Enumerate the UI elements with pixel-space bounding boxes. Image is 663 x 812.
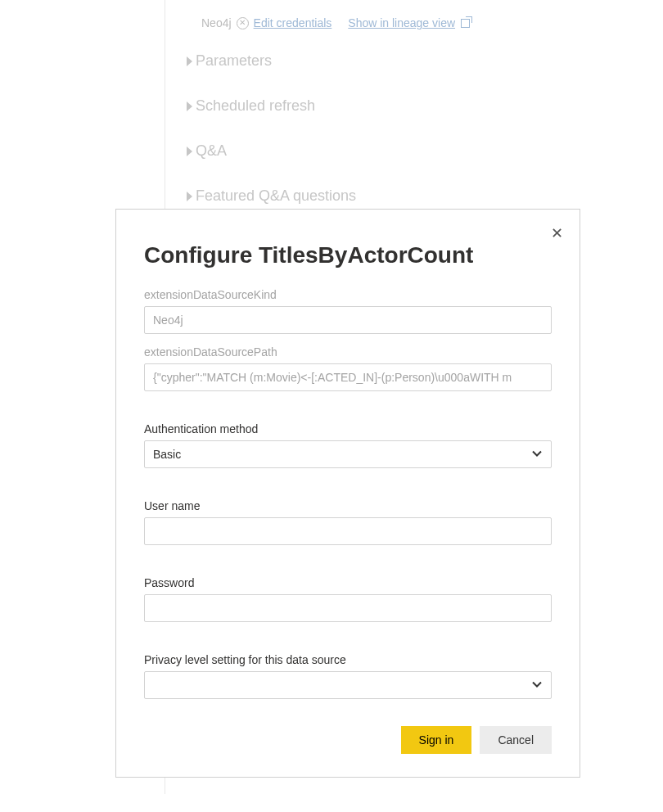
field-username: User name (144, 499, 552, 545)
section-featured-qna[interactable]: Featured Q&A questions (187, 187, 470, 205)
ext-path-input (144, 363, 552, 391)
external-link-icon (461, 19, 470, 28)
field-auth-method: Authentication method Basic (144, 422, 552, 468)
section-label: Parameters (196, 52, 272, 70)
section-label: Featured Q&A questions (196, 187, 356, 205)
username-input[interactable] (144, 517, 552, 545)
close-icon[interactable]: ✕ (551, 226, 563, 241)
lineage-view-link-text: Show in lineage view (348, 16, 455, 29)
datasource-label: Neo4j (201, 16, 232, 29)
background-panel: Neo4j ✕ Edit credentials Show in lineage… (187, 16, 470, 232)
ext-kind-input (144, 306, 552, 334)
clear-datasource-icon[interactable]: ✕ (237, 17, 249, 29)
field-label-password: Password (144, 576, 552, 589)
field-ext-kind: extensionDataSourceKind (144, 288, 552, 334)
field-password: Password (144, 576, 552, 622)
edit-credentials-link[interactable]: Edit credentials (254, 16, 332, 29)
section-label: Q&A (196, 142, 227, 160)
datasource-row: Neo4j ✕ Edit credentials Show in lineage… (201, 16, 470, 29)
cancel-button[interactable]: Cancel (480, 726, 552, 754)
dialog-title: Configure TitlesByActorCount (144, 242, 552, 268)
privacy-level-select[interactable] (144, 671, 552, 699)
section-label: Scheduled refresh (196, 97, 315, 115)
caret-right-icon (187, 192, 192, 201)
field-ext-path: extensionDataSourcePath (144, 345, 552, 391)
field-label-ext-path: extensionDataSourcePath (144, 345, 552, 359)
field-label-privacy: Privacy level setting for this data sour… (144, 653, 552, 666)
caret-right-icon (187, 147, 192, 156)
caret-right-icon (187, 56, 192, 66)
lineage-view-link[interactable]: Show in lineage view (348, 16, 470, 29)
section-parameters[interactable]: Parameters (187, 52, 470, 70)
signin-button[interactable]: Sign in (401, 726, 472, 754)
dialog-actions: Sign in Cancel (144, 726, 552, 754)
field-label-auth: Authentication method (144, 422, 552, 435)
field-label-username: User name (144, 499, 552, 512)
field-label-ext-kind: extensionDataSourceKind (144, 288, 552, 301)
caret-right-icon (187, 102, 192, 111)
configure-dialog: ✕ Configure TitlesByActorCount extension… (115, 209, 580, 778)
section-scheduled-refresh[interactable]: Scheduled refresh (187, 97, 470, 115)
password-input[interactable] (144, 594, 552, 622)
auth-method-select[interactable]: Basic (144, 440, 552, 468)
field-privacy: Privacy level setting for this data sour… (144, 653, 552, 699)
section-qna[interactable]: Q&A (187, 142, 470, 160)
